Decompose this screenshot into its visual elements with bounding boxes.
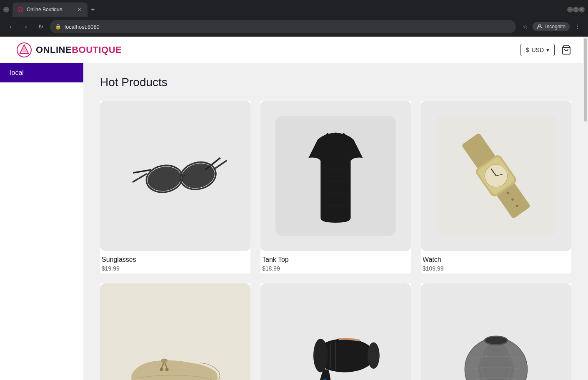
candle-holder-image [436, 298, 556, 380]
product-card-watch[interactable]: Watch $109.99 [421, 101, 571, 273]
logo-boutique: BOUTIQUE [72, 45, 122, 55]
incognito-label: Incognito [545, 24, 565, 30]
section-title: Hot Products [100, 76, 571, 89]
product-card-hair-dryer[interactable]: Hair Dryer $24.99 [260, 283, 411, 380]
product-image-loafers [100, 283, 250, 380]
product-price-tank-top: $18.99 [262, 265, 409, 272]
browser-right-icons: ☆ Incognito ⋮ [519, 21, 583, 32]
svg-point-45 [485, 337, 507, 344]
menu-btn[interactable]: ⋮ [571, 21, 583, 32]
currency-label: USD [531, 47, 544, 53]
svg-point-32 [165, 368, 169, 371]
products-grid: Sunglasses $19.99 [100, 101, 571, 380]
tab-bar: — Online Boutique ✕ + — □ ✕ [0, 0, 588, 17]
svg-point-31 [160, 368, 163, 371]
tab-favicon [18, 7, 23, 12]
maximize-btn[interactable]: □ [573, 7, 579, 12]
product-info-sunglasses: Sunglasses $19.99 [100, 251, 250, 273]
minimize-btn[interactable]: — [567, 7, 573, 12]
tab-close-btn[interactable]: ✕ [76, 6, 83, 13]
app-logo[interactable]: ONLINEBOUTIQUE [17, 42, 122, 57]
product-info-tank-top: Tank Top $18.99 [260, 251, 411, 273]
reload-btn[interactable]: ↻ [35, 21, 47, 32]
currency-symbol: $ [526, 47, 529, 53]
hair-dryer-image [275, 298, 396, 380]
active-tab[interactable]: Online Boutique ✕ [13, 2, 88, 17]
lock-icon: 🔒 [55, 24, 61, 30]
cart-icon [561, 45, 571, 55]
products-area: Hot Products [83, 63, 588, 380]
scrollbar[interactable] [583, 37, 588, 380]
sunglasses-image [115, 116, 235, 236]
product-image-hair-dryer [260, 283, 411, 380]
sidebar: local [0, 63, 83, 380]
scrollbar-thumb[interactable] [584, 38, 587, 122]
dropdown-arrow: ▾ [546, 47, 549, 53]
tab-label: Online Boutique [27, 7, 73, 12]
address-bar[interactable]: 🔒 localhost:8080 [50, 20, 516, 33]
header-right: $ USD ▾ [520, 44, 571, 56]
close-btn[interactable]: ✕ [579, 7, 585, 12]
sidebar-item-label: local [10, 69, 24, 76]
product-image-tank-top [260, 101, 411, 251]
product-image-candle-holder [421, 283, 571, 380]
svg-point-30 [161, 358, 168, 363]
window-controls: — [3, 7, 9, 12]
bookmark-btn[interactable]: ☆ [519, 21, 531, 32]
browser-window: — Online Boutique ✕ + — □ ✕ ‹ › [0, 0, 588, 380]
product-name-watch: Watch [423, 256, 570, 263]
product-name-sunglasses: Sunglasses [102, 256, 249, 263]
svg-marker-1 [19, 8, 22, 11]
url-text: localhost:8080 [65, 24, 511, 30]
forward-btn[interactable]: › [20, 21, 32, 32]
new-tab-btn[interactable]: + [88, 4, 98, 15]
logo-text: ONLINEBOUTIQUE [36, 45, 122, 55]
main-content: local Hot Products [0, 63, 588, 380]
watch-image [436, 116, 556, 236]
logo-online: ONLINE [36, 45, 72, 55]
cart-btn[interactable] [561, 45, 571, 55]
product-image-watch [421, 101, 571, 251]
product-image-sunglasses [100, 101, 250, 251]
product-card-candle-holder[interactable]: Candle Holder $18.99 [421, 283, 571, 380]
product-name-tank-top: Tank Top [262, 256, 409, 263]
product-card-loafers[interactable]: Loafers $54.99 [100, 283, 250, 380]
sidebar-item-local[interactable]: local [0, 63, 83, 82]
app-header: ONLINEBOUTIQUE $ USD ▾ [0, 37, 588, 63]
product-card-sunglasses[interactable]: Sunglasses $19.99 [100, 101, 250, 273]
window-collapse-btn[interactable]: — [3, 7, 9, 12]
svg-point-35 [313, 339, 328, 373]
tank-top-image [275, 116, 396, 236]
back-btn[interactable]: ‹ [5, 21, 17, 32]
loafers-image [115, 298, 235, 380]
product-price-watch: $109.99 [423, 265, 570, 272]
svg-point-36 [368, 343, 380, 369]
nav-bar: ‹ › ↻ 🔒 localhost:8080 ☆ Incognito ⋮ [0, 17, 588, 37]
product-card-tank-top[interactable]: Tank Top $18.99 [260, 101, 411, 273]
browser-chrome: — Online Boutique ✕ + — □ ✕ ‹ › [0, 0, 588, 37]
product-price-sunglasses: $19.99 [102, 265, 249, 272]
logo-icon [17, 42, 32, 57]
product-info-watch: Watch $109.99 [421, 251, 571, 273]
incognito-btn[interactable]: Incognito [533, 22, 570, 31]
currency-selector[interactable]: $ USD ▾ [520, 44, 555, 56]
page-wrapper: ONLINEBOUTIQUE $ USD ▾ [0, 37, 588, 380]
